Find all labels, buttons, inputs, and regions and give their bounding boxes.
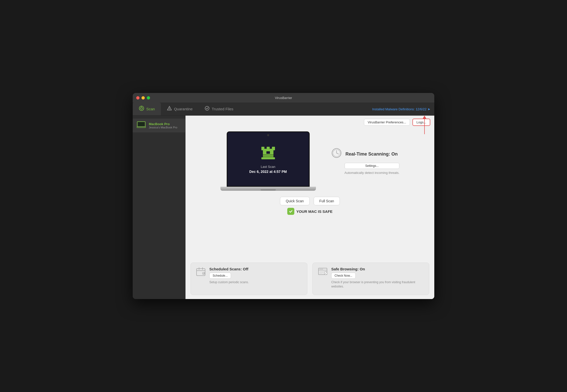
tab-bar: Scan Quarantine Trusted Files Ins <box>133 103 434 116</box>
svg-point-5 <box>205 106 209 110</box>
full-scan-button[interactable]: Full Scan <box>314 197 340 205</box>
realtime-scan-title: Real-Time Scanning: On <box>346 152 398 157</box>
scheduled-scans-card: Scheduled Scans: Off Schedule... Setup c… <box>191 263 307 295</box>
close-button[interactable] <box>136 96 139 100</box>
window-title: VirusBarrier <box>275 96 292 100</box>
quarantine-tab-label: Quarantine <box>174 107 193 111</box>
realtime-scan-description: Automatically detect incoming threats. <box>345 171 400 175</box>
scheduled-scans-title: Scheduled Scans: Off <box>209 267 249 271</box>
sidebar-item-macbook[interactable]: MacBook Pro Jessica's MacBook Pro <box>133 119 185 132</box>
safe-badge-text: YOUR MAC IS SAFE <box>296 209 333 214</box>
logs-button[interactable]: Logs... <box>412 119 430 126</box>
scan-tab-icon <box>139 106 144 112</box>
safe-shield-icon <box>287 208 294 215</box>
laptop-camera <box>267 134 269 136</box>
arrow-head-icon <box>423 116 426 119</box>
fullscreen-button[interactable] <box>147 96 150 100</box>
calendar-icon <box>196 267 206 279</box>
browsing-icon <box>318 267 328 279</box>
safe-browsing-title: Safe Browsing: On <box>331 267 424 271</box>
svg-point-4 <box>169 110 170 110</box>
actions-bar: VirusBarrier Preferences... Logs... <box>185 116 434 129</box>
scan-main-row: Last Scan Dec 6, 2022 at 4:57 PM <box>197 131 423 191</box>
arrow-line <box>424 119 425 134</box>
quarantine-tab-icon <box>167 106 172 112</box>
rook-icon <box>259 145 277 162</box>
app-window: VirusBarrier Scan Quarantine <box>133 93 434 299</box>
svg-line-22 <box>337 153 339 154</box>
main-content: MacBook Pro Jessica's MacBook Pro VirusB… <box>133 116 434 299</box>
svg-rect-18 <box>261 157 275 159</box>
traffic-lights <box>136 96 150 100</box>
clock-icon <box>331 148 342 161</box>
quick-scan-button[interactable]: Quick Scan <box>280 197 310 205</box>
scheduled-scans-desc: Setup custom periodic scans. <box>209 280 249 284</box>
laptop-screen: Last Scan Dec 6, 2022 at 4:57 PM <box>227 131 310 187</box>
laptop-base <box>220 187 316 191</box>
trusted-tab-label: Trusted Files <box>212 107 233 111</box>
svg-rect-23 <box>197 269 205 276</box>
realtime-scan-panel: Real-Time Scanning: On Settings... Autom… <box>331 148 400 175</box>
svg-rect-13 <box>261 149 275 150</box>
title-bar: VirusBarrier <box>133 93 434 103</box>
bottom-cards: Scheduled Scans: Off Schedule... Setup c… <box>185 259 434 299</box>
realtime-settings-button[interactable]: Settings... <box>345 163 400 169</box>
safe-browsing-desc: Check if your browser is preventing you … <box>331 280 424 289</box>
content-pane: VirusBarrier Preferences... Logs... <box>185 116 434 299</box>
malware-defs-text: Installed Malware Definitions: 12/6/22 <box>372 107 427 111</box>
safe-browsing-card: Safe Browsing: On Check Now... Check if … <box>312 263 429 295</box>
scheduled-scans-header: Scheduled Scans: Off Schedule... Setup c… <box>196 267 302 284</box>
safe-browsing-content: Safe Browsing: On Check Now... Check if … <box>331 267 424 289</box>
svg-rect-7 <box>138 122 144 126</box>
device-subtitle: Jessica's MacBook Pro <box>149 126 177 129</box>
schedule-button[interactable]: Schedule... <box>209 273 231 279</box>
red-arrow-indicator <box>423 116 426 134</box>
check-now-button[interactable]: Check Now... <box>331 273 356 279</box>
svg-rect-15 <box>266 151 270 154</box>
scan-buttons: Quick Scan Full Scan <box>280 197 340 205</box>
svg-point-1 <box>140 107 143 109</box>
malware-defs-link[interactable]: Installed Malware Definitions: 12/6/22 ➤ <box>372 107 430 111</box>
tab-trusted-files[interactable]: Trusted Files <box>199 103 239 115</box>
svg-rect-17 <box>263 156 273 157</box>
tab-scan[interactable]: Scan <box>133 103 161 115</box>
preferences-button[interactable]: VirusBarrier Preferences... <box>364 119 410 126</box>
laptop-display: Last Scan Dec 6, 2022 at 4:57 PM <box>220 131 316 191</box>
last-scan-date: Dec 6, 2022 at 4:57 PM <box>249 170 287 174</box>
minimize-button[interactable] <box>141 96 145 100</box>
scan-area: Last Scan Dec 6, 2022 at 4:57 PM <box>185 129 434 259</box>
device-name: MacBook Pro <box>149 122 177 126</box>
sidebar: MacBook Pro Jessica's MacBook Pro <box>133 116 185 299</box>
macbook-icon <box>137 121 146 130</box>
safe-browsing-header: Safe Browsing: On Check Now... Check if … <box>318 267 424 289</box>
actions-area: VirusBarrier Preferences... Logs... <box>185 116 434 129</box>
scan-tab-label: Scan <box>146 107 155 111</box>
scheduled-scans-content: Scheduled Scans: Off Schedule... Setup c… <box>209 267 249 284</box>
sidebar-device-info: MacBook Pro Jessica's MacBook Pro <box>149 122 177 129</box>
realtime-scan-row: Real-Time Scanning: On <box>331 148 400 161</box>
trusted-tab-icon <box>205 106 210 112</box>
safe-badge: YOUR MAC IS SAFE <box>287 208 333 215</box>
last-scan-label: Last Scan <box>261 165 275 169</box>
svg-rect-16 <box>263 154 273 156</box>
tab-quarantine[interactable]: Quarantine <box>161 103 199 115</box>
malware-defs-arrow-icon: ➤ <box>428 107 430 111</box>
